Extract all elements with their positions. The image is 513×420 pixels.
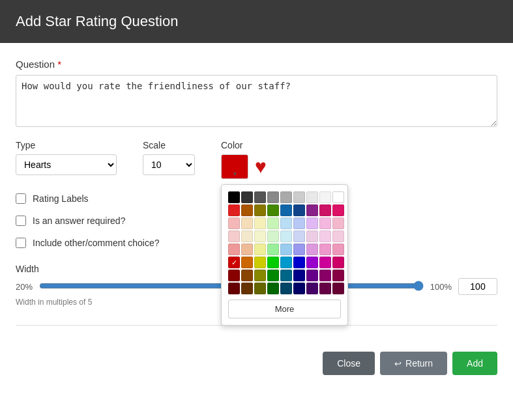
color-cell[interactable] <box>280 204 292 216</box>
color-label: Color <box>221 140 267 150</box>
color-cell[interactable] <box>319 204 331 216</box>
color-cell[interactable] <box>293 257 305 268</box>
color-cell[interactable] <box>293 283 305 294</box>
color-cell[interactable] <box>267 283 279 294</box>
color-swatch-button[interactable] <box>221 154 248 179</box>
color-cell[interactable] <box>267 244 279 255</box>
color-cell[interactable] <box>241 217 253 229</box>
color-cell[interactable] <box>293 231 305 242</box>
color-cell[interactable] <box>332 217 344 229</box>
color-cell[interactable] <box>228 231 240 242</box>
color-cell[interactable] <box>332 191 344 203</box>
scale-select[interactable]: 5 10 <box>143 154 195 175</box>
color-cell[interactable] <box>280 191 292 203</box>
required-checkbox[interactable] <box>16 216 26 226</box>
color-cell[interactable] <box>306 257 318 268</box>
color-cell[interactable] <box>267 257 279 268</box>
color-popup: More <box>221 184 348 326</box>
color-cell[interactable] <box>267 270 279 281</box>
color-cell[interactable] <box>293 204 305 216</box>
color-cell[interactable] <box>280 257 292 268</box>
color-cell[interactable] <box>306 270 318 281</box>
heart-preview-icon: ♥ <box>255 156 267 178</box>
color-cell[interactable] <box>319 231 331 242</box>
color-cell[interactable] <box>293 270 305 281</box>
color-cell[interactable] <box>280 231 292 242</box>
scale-field-group: Scale 5 10 <box>143 140 195 175</box>
required-label[interactable]: Is an answer required? <box>33 216 125 226</box>
color-cell[interactable] <box>332 204 344 216</box>
color-cell[interactable] <box>254 191 266 203</box>
color-cell[interactable] <box>332 270 344 281</box>
question-textarea[interactable]: How would you rate the friendliness of o… <box>16 75 497 127</box>
modal-title: Add Star Rating Question <box>16 13 178 29</box>
color-cell[interactable] <box>241 231 253 242</box>
color-cell[interactable] <box>241 283 253 294</box>
color-cell[interactable] <box>241 191 253 203</box>
color-cell[interactable] <box>293 244 305 255</box>
color-cell[interactable] <box>267 231 279 242</box>
width-input[interactable] <box>458 278 497 295</box>
modal-footer: Close ↩ Return Add <box>0 341 513 385</box>
color-cell[interactable] <box>267 191 279 203</box>
color-cell[interactable] <box>319 283 331 294</box>
color-cell[interactable] <box>293 217 305 229</box>
color-cell-selected[interactable] <box>228 257 240 268</box>
other-choice-label[interactable]: Include other/comment choice? <box>33 238 160 248</box>
color-cell[interactable] <box>228 204 240 216</box>
question-label: Question * <box>16 59 497 70</box>
color-cell[interactable] <box>228 270 240 281</box>
color-cell[interactable] <box>319 217 331 229</box>
color-cell[interactable] <box>241 270 253 281</box>
color-cell[interactable] <box>254 283 266 294</box>
color-cell[interactable] <box>306 231 318 242</box>
close-button[interactable]: Close <box>323 352 375 375</box>
rating-labels-label[interactable]: Rating Labels <box>33 193 89 204</box>
more-colors-button[interactable]: More <box>228 300 341 318</box>
color-cell[interactable] <box>319 270 331 281</box>
type-select[interactable]: Stars Hearts Thumbs Numbers <box>16 154 117 175</box>
type-field-group: Type Stars Hearts Thumbs Numbers <box>16 140 117 175</box>
color-cell[interactable] <box>306 244 318 255</box>
color-cell[interactable] <box>254 270 266 281</box>
question-field-group: Question * How would you rate the friend… <box>16 59 497 127</box>
width-min-label: 20% <box>16 282 33 292</box>
width-max-label: 100% <box>430 282 452 292</box>
color-cell[interactable] <box>280 244 292 255</box>
color-cell[interactable] <box>267 204 279 216</box>
color-cell[interactable] <box>241 257 253 268</box>
color-cell[interactable] <box>306 283 318 294</box>
color-cell[interactable] <box>254 204 266 216</box>
color-cell[interactable] <box>254 231 266 242</box>
color-cell[interactable] <box>332 257 344 268</box>
color-cell[interactable] <box>319 191 331 203</box>
color-cell[interactable] <box>280 270 292 281</box>
color-cell[interactable] <box>267 217 279 229</box>
color-cell[interactable] <box>228 283 240 294</box>
color-cell[interactable] <box>280 217 292 229</box>
color-cell[interactable] <box>319 257 331 268</box>
color-cell[interactable] <box>241 204 253 216</box>
color-cell[interactable] <box>280 283 292 294</box>
color-cell[interactable] <box>254 217 266 229</box>
color-cell[interactable] <box>254 244 266 255</box>
color-cell[interactable] <box>306 204 318 216</box>
color-cell[interactable] <box>228 244 240 255</box>
color-cell[interactable] <box>332 244 344 255</box>
color-cell[interactable] <box>293 191 305 203</box>
color-cell[interactable] <box>228 191 240 203</box>
color-cell[interactable] <box>228 217 240 229</box>
other-choice-checkbox[interactable] <box>16 238 26 248</box>
add-button[interactable]: Add <box>452 352 497 375</box>
color-cell[interactable] <box>306 217 318 229</box>
modal: Add Star Rating Question Question * How … <box>0 0 513 420</box>
color-cell[interactable] <box>332 283 344 294</box>
color-cell[interactable] <box>319 244 331 255</box>
color-cell[interactable] <box>254 257 266 268</box>
color-cell[interactable] <box>306 191 318 203</box>
rating-labels-checkbox[interactable] <box>16 193 26 204</box>
return-button[interactable]: ↩ Return <box>380 352 447 375</box>
scale-label: Scale <box>143 140 195 150</box>
color-cell[interactable] <box>332 231 344 242</box>
color-cell[interactable] <box>241 244 253 255</box>
